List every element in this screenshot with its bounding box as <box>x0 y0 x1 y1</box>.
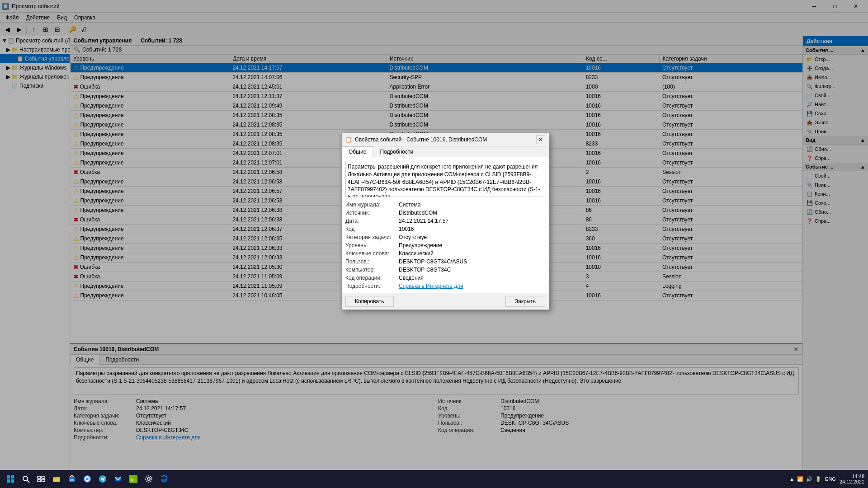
svg-rect-9 <box>42 476 45 479</box>
modal-description: Параметры разрешений для конкретного при… <box>345 161 545 197</box>
modal-category-value: Отсутствует <box>399 234 545 240</box>
modal-body: Параметры разрешений для конкретного при… <box>342 157 549 293</box>
modal-dialog: 📋 Свойства событий - Событие 10016, Dist… <box>341 133 549 310</box>
svg-rect-3 <box>11 475 14 479</box>
modal-user-value: DESKTOP-C8GT34C\ASUS <box>399 258 545 265</box>
modal-level-value: Предупреждение <box>399 242 545 249</box>
language-indicator[interactable]: ENG <box>825 476 836 482</box>
svg-point-6 <box>23 476 28 481</box>
modal-computer-label: Компьютер: <box>345 267 395 273</box>
taskview-button[interactable] <box>34 472 48 486</box>
svg-rect-8 <box>38 476 41 479</box>
svg-rect-10 <box>38 479 41 482</box>
store-button[interactable]: 🛍 <box>65 472 79 486</box>
svg-rect-2 <box>7 475 10 479</box>
modal-details-link[interactable]: Справка в Интернете для <box>399 283 545 289</box>
svg-rect-11 <box>42 479 45 482</box>
telegram-button[interactable] <box>96 472 109 486</box>
modal-icon: 📋 <box>345 136 352 143</box>
nvidia-button[interactable]: N <box>127 472 140 486</box>
svg-line-7 <box>27 480 29 483</box>
network-icon: 📶 <box>797 476 803 482</box>
svg-point-23 <box>146 476 152 482</box>
edge-button[interactable] <box>157 472 171 486</box>
system-tray: ▲ 📶 🔊 🔋 <box>789 476 821 482</box>
modal-operation-label: Код операции: <box>345 275 395 281</box>
taskbar-right: ▲ 📶 🔊 🔋 ENG 14:48 24.12.2021 <box>789 474 864 484</box>
modal-fields: Имя журнала: Система Источник: Distribut… <box>345 202 545 289</box>
modal-close-button[interactable]: ✕ <box>536 135 545 144</box>
svg-rect-5 <box>11 479 14 483</box>
date-display: 24.12.2021 <box>840 479 864 484</box>
modal-source-value: DistributedCOM <box>399 210 545 216</box>
volume-icon: 🔊 <box>806 476 812 482</box>
svg-point-22 <box>147 478 150 480</box>
search-taskbar-button[interactable] <box>19 472 33 486</box>
modal-keywords-value: Классический <box>399 250 545 257</box>
modal-computer-value: DESKTOP-C8GT34C <box>399 267 545 273</box>
taskbar-left: 🛍 N <box>4 472 171 486</box>
taskbar: 🛍 N ▲ 📶 🔊 🔋 ENG 14:48 24.12.2 <box>0 470 868 488</box>
modal-details-label: Подробности: <box>345 283 395 289</box>
modal-source-label: Источник: <box>345 210 395 216</box>
modal-category-label: Категория задачи: <box>345 234 395 240</box>
svg-point-17 <box>86 478 89 480</box>
settings-taskbar-button[interactable] <box>142 472 156 486</box>
chrome-button[interactable] <box>80 472 94 486</box>
time-display: 14:48 <box>840 474 864 479</box>
modal-copy-button[interactable]: Копировать <box>345 296 394 307</box>
explorer-button[interactable] <box>50 472 63 486</box>
modal-code-value: 10016 <box>399 226 545 232</box>
modal-journal-value: Система <box>399 202 545 208</box>
modal-tab-general[interactable]: Общие <box>342 146 373 157</box>
modal-code-label: Код <box>345 226 395 232</box>
modal-keywords-label: Ключевые слова: <box>345 250 395 257</box>
modal-date-label: Дата: <box>345 218 395 224</box>
modal-title: Свойства событий - Событие 10016, Distri… <box>355 136 487 143</box>
start-button[interactable] <box>4 472 17 486</box>
modal-level-label: Уровень: <box>345 242 395 249</box>
svg-rect-13 <box>53 477 56 478</box>
svg-rect-4 <box>7 479 10 483</box>
modal-user-label: Пользов.: <box>345 258 395 265</box>
clock-widget[interactable]: 14:48 24.12.2021 <box>840 474 864 484</box>
modal-tab-details[interactable]: Подробности <box>373 146 420 157</box>
modal-footer: Копировать Закрыть <box>342 293 549 310</box>
modal-journal-label: Имя журнала: <box>345 202 395 208</box>
battery-icon: 🔋 <box>815 476 821 482</box>
modal-title-bar: 📋 Свойства событий - Событие 10016, Dist… <box>342 133 549 146</box>
mail-button[interactable] <box>111 472 125 486</box>
modal-close-btn[interactable]: Закрыть <box>505 296 545 307</box>
modal-date-value: 24.12.2021 14:17:57 <box>399 218 545 224</box>
modal-operation-value: Сведения <box>399 275 545 281</box>
svg-text:🛍: 🛍 <box>70 478 74 482</box>
svg-text:N: N <box>131 478 134 482</box>
modal-overlay: 📋 Свойства событий - Событие 10016, Dist… <box>0 0 868 488</box>
tray-arrow[interactable]: ▲ <box>789 476 794 482</box>
modal-tabs: Общие Подробности <box>342 146 549 157</box>
